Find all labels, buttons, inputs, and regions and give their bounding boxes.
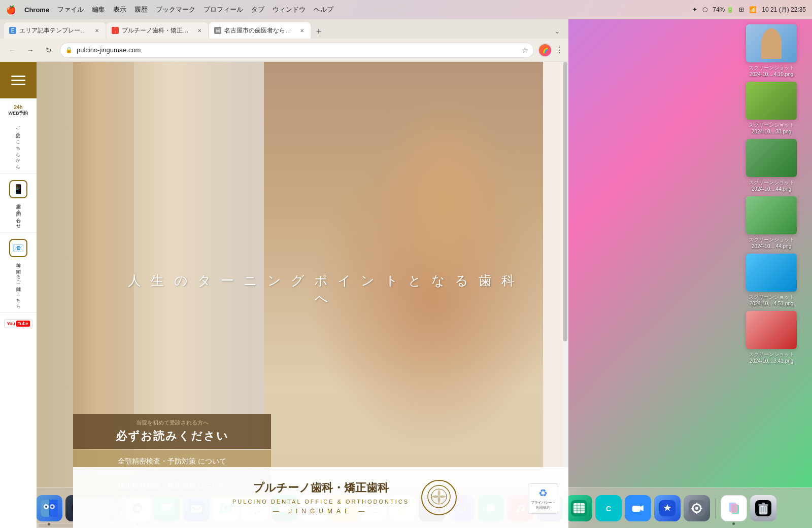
phone-icon: 📱 [9,180,27,198]
instagram-text: 治療に関するご質問はこちら [15,259,22,306]
chrome-menu-button[interactable]: ⋮ [555,45,563,55]
svg-text:C: C [605,505,611,513]
desktop-icon-label-6: スクリーンショット2024-10....3.41.png [749,351,794,364]
svg-rect-85 [730,504,737,513]
svg-rect-79 [696,512,697,514]
scrollbar-thumb[interactable] [563,62,567,341]
youtube-badge: You Tube [4,319,32,328]
desktop-icon-5[interactable]: スクリーンショット2024-10....4.51.png [735,254,808,307]
menu-history[interactable]: 履歴 [134,5,148,14]
menubar: 🍎 Chrome ファイル 編集 表示 履歴 ブックマーク プロフィール タブ … [0,0,812,19]
tab-3-active[interactable]: 歯 名古屋市の歯医者ならプルチー... ✕ [209,22,311,39]
new-tab-button[interactable]: + [312,24,326,39]
control-center-icon[interactable]: ⊞ [739,6,744,13]
hamburger-menu[interactable] [0,62,37,98]
clinic-bottom-info: プルチーノ歯科・矯正歯科 Pulcino Dental Office & Ort… [73,467,568,528]
hero-section: 人 生 の タ ー ニ ン グ ポ イ ン ト と な る 歯 科 へ 当院を初… [37,62,568,528]
desktop-icon-label-2: スクリーンショット2024-10....33.png [749,122,794,135]
svg-rect-72 [632,506,640,512]
desktop-icon-3[interactable]: スクリーンショット2024-10....44.png [735,139,808,192]
svg-point-6 [45,506,47,508]
menu-window[interactable]: ウィンドウ [273,5,306,14]
menu-view[interactable]: 表示 [113,5,126,14]
tab-1-title: エリア記事テンプレート | 2024... [19,27,90,34]
screenshot-person [761,28,782,59]
desktop-icon-4[interactable]: スクリーンショット2024-10....44.png [735,196,808,250]
hamburger-line-2 [11,80,25,81]
dock-preview[interactable] [721,495,747,521]
tab-2[interactable]: 📍 プルチーノ歯科・矯正歯科 神宮... ✕ [107,22,208,39]
address-bar[interactable]: 🔒 pulcino-jingumae.com ☆ [60,43,534,58]
desktop-icon-thumb-6 [746,311,797,349]
instagram-sidebar[interactable]: 📧 治療に関するご質問はこちら [0,233,37,313]
svg-point-77 [695,507,698,510]
finder-dot [48,523,50,525]
svg-rect-89 [762,503,765,505]
phone-text: 電話で予約・問い合わせ [15,200,21,226]
tab-1[interactable]: E エリア記事テンプレート | 2024... ✕ [4,22,106,39]
dock-trash[interactable] [750,495,776,521]
battery-percent: 74% [713,6,725,13]
browser-window: E エリア記事テンプレート | 2024... ✕ 📍 プルチーノ歯科・矯正歯科… [0,19,568,528]
svg-rect-78 [696,503,697,505]
site-main: 人 生 の タ ー ニ ン グ ポ イ ン ト と な る 歯 科 へ 当院を初… [37,62,568,528]
svg-point-7 [51,506,53,508]
cta-first-visit-small: 当院を初めて受診される方へ [83,419,261,427]
desktop-icon-thumb-2 [746,82,797,120]
desktop-icons: スクリーンショット2024-10....4.10.png スクリーンショット20… [731,19,812,487]
dock-appstore[interactable] [654,495,681,521]
tab-2-favicon: 📍 [112,27,119,34]
desktop-icon-label-5: スクリーンショット2024-10....4.51.png [749,294,794,307]
desktop-icon-1[interactable]: スクリーンショット2024-10....4.10.png [735,24,808,78]
tab-overflow-button[interactable]: ⌄ [550,24,564,39]
tab-1-close[interactable]: ✕ [93,27,100,34]
tab-3-close[interactable]: ✕ [298,27,306,34]
web-reservation-sidebar[interactable]: 24hWEB予約 ご予約はこちらから [0,98,37,174]
website-content: 24hWEB予約 ご予約はこちらから 📱 電話で予約・問い合わせ 📧 治療に関す… [0,62,568,528]
cta-must-read[interactable]: 必ずお読みください [83,429,261,444]
menu-tab[interactable]: タブ [251,5,264,14]
clock-display: 10 21 (月) 22:35 [762,6,806,14]
menu-profile[interactable]: プロフィール [204,5,243,14]
menu-file[interactable]: ファイル [57,5,84,14]
recaptcha-text: プライバシー・利用規約 [530,500,556,510]
url-text: pulcino-jingumae.com [77,46,518,54]
phone-sidebar[interactable]: 📱 電話で予約・問い合わせ [0,174,37,233]
forward-button[interactable]: → [23,43,38,57]
hamburger-line-1 [11,76,25,77]
desktop-icon-2[interactable]: スクリーンショット2024-10....33.png [735,82,808,135]
browser-toolbar: ← → ↻ 🔒 pulcino-jingumae.com ☆ 🌈 ⋮ [0,39,568,62]
bookmark-star-icon[interactable]: ☆ [522,46,528,54]
instagram-icon: 📧 [9,239,27,257]
dock-numbers[interactable] [566,495,592,521]
clinic-name-japanese: プルチーノ歯科・矯正歯科 [253,480,389,496]
desktop-icon-label-3: スクリーンショット2024-10....44.png [749,179,794,192]
menu-help[interactable]: ヘルプ [314,5,333,14]
ssl-lock-icon: 🔒 [65,47,73,53]
page-scrollbar[interactable] [562,62,568,528]
profile-icon[interactable]: 🌈 [538,43,552,57]
dock-canva[interactable]: C [595,495,622,521]
dock-finder[interactable] [36,495,62,521]
back-button[interactable]: ← [5,43,19,57]
web-reservation-link-text: ご予約はこちらから [15,123,22,167]
tab-2-close[interactable]: ✕ [196,27,203,34]
menu-edit[interactable]: 編集 [92,5,105,14]
reload-button[interactable]: ↻ [42,43,56,57]
site-sidebar: 24hWEB予約 ご予約はこちらから 📱 電話で予約・問い合わせ 📧 治療に関す… [0,62,37,528]
desktop-icon-6[interactable]: スクリーンショット2024-10....3.41.png [735,311,808,364]
clinic-logo-circle [421,480,457,515]
svg-rect-81 [700,508,702,509]
dock-system-preferences[interactable] [684,495,710,521]
tab-2-title: プルチーノ歯科・矯正歯科 神宮... [122,27,193,34]
youtube-sidebar[interactable]: You Tube [0,313,37,334]
apple-menu-icon[interactable]: 🍎 [6,5,16,15]
desktop-icon-thumb-3 [746,139,797,177]
menu-bookmarks[interactable]: ブックマーク [156,5,195,14]
dock-zoom[interactable] [625,495,651,521]
recaptcha-icon: ♻ [538,487,548,499]
clinic-jingumae: — JINGUMAE — [273,508,369,515]
tab-3-favicon: 歯 [214,27,221,34]
app-name-menu[interactable]: Chrome [24,6,49,14]
toolbar-right: 🌈 ⋮ [538,43,563,57]
